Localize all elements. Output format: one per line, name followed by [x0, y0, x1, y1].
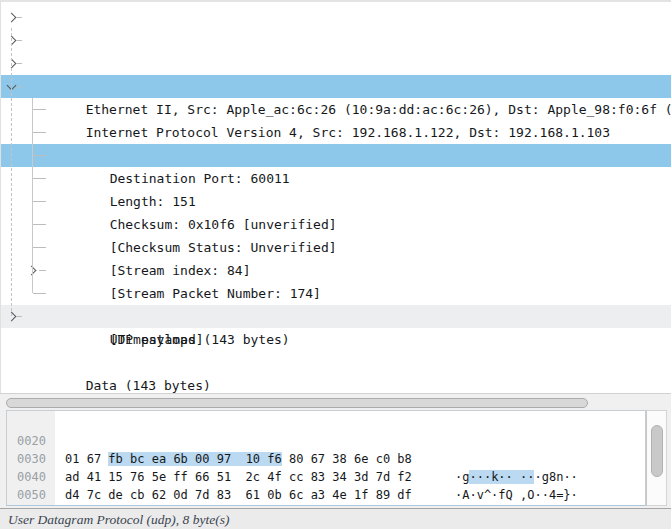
tree-row-timestamps[interactable]: [Timestamps] [1, 259, 671, 282]
hex-row[interactable]: 0020 01 67 fb bc ea 6b 00 97 10 f6 80 67… [7, 414, 645, 432]
tree-connector [17, 86, 22, 87]
tree-connector [33, 293, 46, 294]
collapsed-caret-icon[interactable] [27, 266, 37, 276]
wireshark-window: Frame 341: 185 bytes on wire (1480 bits)… [0, 0, 671, 529]
tree-connector [39, 270, 46, 271]
tree-connector [33, 247, 46, 248]
hex-row[interactable]: 0040 d4 7c de cb 62 0d 7d 83 61 0b 6c a3… [7, 450, 645, 468]
tree-connector [33, 178, 46, 179]
tree-connector [17, 40, 22, 41]
hex-ascii: ·|··b·}· a·l·N··· [455, 504, 578, 506]
hex-row[interactable]: 0060 2d 21 e5 c6 a6 4b 01 13 52 20 a9 48… [7, 486, 645, 504]
hex-bytes: 3f 73 66 44 18 ac 89 7f 80 55 d3 e9 69 4… [65, 504, 412, 506]
hex-row[interactable]: 0030 ad 41 15 76 5e ff 66 51 2c 4f cc 83… [7, 432, 645, 450]
hex-row[interactable]: 0050 3f 73 66 44 18 ac 89 7f 80 55 d3 e9… [7, 468, 645, 486]
tree-connector [33, 109, 46, 110]
collapsed-caret-icon[interactable] [7, 13, 17, 23]
tree-connector [17, 63, 22, 64]
tree-row-label: Data (143 bytes) [86, 378, 211, 393]
status-bar: User Datagram Protocol (udp), 8 byte(s) [0, 508, 671, 529]
hex-dump-pane: 0020 01 67 fb bc ea 6b 00 97 10 f6 80 67… [6, 410, 646, 506]
tree-connector [33, 224, 46, 225]
hex-offset: 0060 [17, 504, 46, 506]
horizontal-scrollbar[interactable] [0, 393, 671, 410]
vertical-scrollbar[interactable] [646, 410, 667, 506]
tree-row-udp[interactable]: User Datagram Protocol, Src Port: 64444,… [1, 75, 671, 98]
tree-row-label: UDP payload (143 bytes) [110, 332, 290, 347]
tree-connector [33, 155, 46, 156]
tree-row-ip[interactable]: Internet Protocol Version 4, Src: 192.16… [1, 52, 671, 75]
tree-row-checksum[interactable]: Checksum: 0x10f6 [unverified] [1, 167, 671, 190]
tree-row-udp-payload[interactable]: UDP payload (143 bytes) [1, 282, 671, 305]
tree-connector [33, 132, 46, 133]
tree-connector [17, 316, 22, 317]
tree-row-ethernet[interactable]: Ethernet II, Src: Apple_ac:6c:26 (10:9a:… [1, 29, 671, 52]
expanded-caret-icon[interactable] [7, 81, 17, 91]
vertical-scrollbar-thumb[interactable] [651, 425, 663, 477]
collapsed-caret-icon[interactable] [7, 312, 17, 322]
packet-details-pane: Frame 341: 185 bytes on wire (1480 bits)… [0, 2, 671, 393]
tree-row-src-port[interactable]: Source Port: 64444 [1, 98, 671, 121]
tree-row-frame[interactable]: Frame 341: 185 bytes on wire (1480 bits)… [1, 6, 671, 29]
tree-connector [33, 201, 46, 202]
status-bar-field-info: User Datagram Protocol (udp), 8 byte(s) [8, 512, 229, 527]
hex-rows: 0020 01 67 fb bc ea 6b 00 97 10 f6 80 67… [7, 411, 645, 504]
tree-row-data[interactable]: Data (143 bytes) [1, 305, 671, 328]
tree-row-length[interactable]: Length: 151 [1, 144, 671, 167]
tree-connector [17, 17, 22, 18]
tree-row-stream-packet-number[interactable]: [Stream Packet Number: 174] [1, 236, 671, 259]
tree-row-checksum-status[interactable]: [Checksum Status: Unverified] [1, 190, 671, 213]
horizontal-scrollbar-thumb[interactable] [6, 398, 588, 408]
tree-row-dst-port[interactable]: Destination Port: 60011 [1, 121, 671, 144]
packet-details-tree: Frame 341: 185 bytes on wire (1480 bits)… [1, 2, 671, 328]
collapsed-caret-icon[interactable] [7, 36, 17, 46]
collapsed-caret-icon[interactable] [7, 59, 17, 69]
tree-row-stream-index[interactable]: [Stream index: 84] [1, 213, 671, 236]
